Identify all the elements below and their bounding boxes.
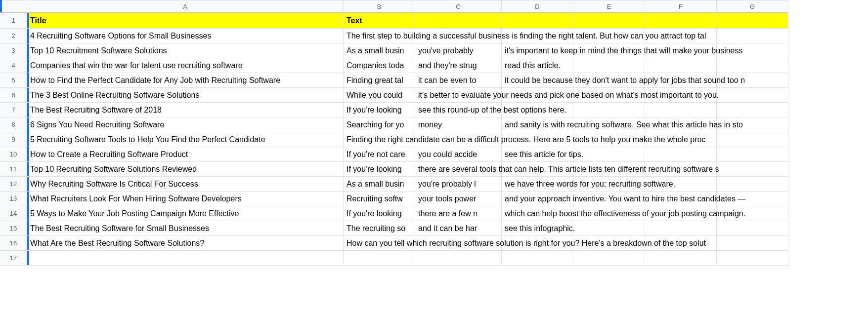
cell-g9[interactable]	[717, 132, 788, 147]
cell-a14[interactable]: 5 Ways to Make Your Job Posting Campaign…	[27, 206, 344, 221]
cell-e4[interactable]	[573, 58, 645, 73]
cell-c13[interactable]: your tools power	[415, 192, 502, 206]
cell-g17[interactable]	[717, 251, 788, 266]
row-header-8[interactable]: 8	[0, 117, 27, 132]
corner-select-all[interactable]	[0, 0, 27, 13]
cell-c12[interactable]: you're probably l	[415, 177, 502, 192]
cell-a17[interactable]	[27, 251, 344, 266]
cell-d10[interactable]: see this article for tips.	[502, 147, 573, 162]
cell-g4[interactable]	[717, 58, 788, 73]
cell-d13[interactable]: and your approach inventive. You want to…	[502, 192, 573, 206]
row-header-10[interactable]: 10	[0, 147, 27, 162]
row-header-12[interactable]: 12	[0, 177, 27, 192]
row-header-14[interactable]: 14	[0, 206, 27, 221]
col-header-a[interactable]: A	[27, 0, 344, 13]
cell-d3[interactable]: it's important to keep in mind the thing…	[502, 43, 573, 58]
col-header-f[interactable]: F	[645, 0, 717, 13]
cell-c3[interactable]: you've probably	[415, 43, 502, 58]
cell-b9[interactable]: Finding the right candidate can be a dif…	[344, 132, 415, 147]
cell-c10[interactable]: you could accide	[415, 147, 502, 162]
cell-e10[interactable]	[573, 147, 645, 162]
cell-c11[interactable]: there are several tools that can help. T…	[415, 162, 502, 177]
cell-a9[interactable]: 5 Recruiting Software Tools to Help You …	[27, 132, 344, 147]
col-header-d[interactable]: D	[502, 0, 573, 13]
cell-a3[interactable]: Top 10 Recruitment Software Solutions	[27, 43, 344, 58]
cell-c7[interactable]: see this round-up of the best options he…	[415, 103, 502, 117]
row-header-13[interactable]: 13	[0, 192, 27, 206]
cell-b6[interactable]: While you could	[344, 88, 415, 103]
cell-b13[interactable]: Recruiting softw	[344, 192, 415, 206]
cell-c4[interactable]: and they're strug	[415, 58, 502, 73]
cell-a6[interactable]: The 3 Best Online Recruiting Software So…	[27, 88, 344, 103]
cell-c14[interactable]: there are a few n	[415, 206, 502, 221]
cell-f1[interactable]	[645, 13, 717, 29]
row-header-16[interactable]: 16	[0, 236, 27, 251]
col-header-b[interactable]: B	[344, 0, 415, 13]
cell-e17[interactable]	[573, 251, 645, 266]
row-header-17[interactable]: 17	[0, 251, 27, 266]
cell-c15[interactable]: and it can be har	[415, 221, 502, 236]
cell-g12[interactable]	[717, 177, 788, 192]
col-header-c[interactable]: C	[415, 0, 502, 13]
cell-g15[interactable]	[717, 221, 788, 236]
cell-e1[interactable]	[573, 13, 645, 29]
cell-a13[interactable]: What Recruiters Look For When Hiring Sof…	[27, 192, 344, 206]
cell-g7[interactable]	[717, 103, 788, 117]
cell-f7[interactable]	[645, 103, 717, 117]
col-header-e[interactable]: E	[573, 0, 645, 13]
row-header-4[interactable]: 4	[0, 58, 27, 73]
col-header-g[interactable]: G	[717, 0, 788, 13]
cell-a10[interactable]: How to Create a Recruiting Software Prod…	[27, 147, 344, 162]
cell-d17[interactable]	[502, 251, 573, 266]
cell-g10[interactable]	[717, 147, 788, 162]
cell-b12[interactable]: As a small busin	[344, 177, 415, 192]
cell-b8[interactable]: Searching for yo	[344, 117, 415, 132]
cell-a16[interactable]: What Are the Best Recruiting Software So…	[27, 236, 344, 251]
cell-b2[interactable]: The first step to building a successful …	[344, 29, 415, 43]
row-header-9[interactable]: 9	[0, 132, 27, 147]
row-header-15[interactable]: 15	[0, 221, 27, 236]
row-header-5[interactable]: 5	[0, 73, 27, 88]
cell-a7[interactable]: The Best Recruiting Software of 2018	[27, 103, 344, 117]
cell-c1[interactable]	[415, 13, 502, 29]
cell-c6[interactable]: it's better to evaluate your needs and p…	[415, 88, 502, 103]
cell-a15[interactable]: The Best Recruiting Software for Small B…	[27, 221, 344, 236]
cell-b1[interactable]: Text	[344, 13, 415, 29]
cell-a2[interactable]: 4 Recruiting Software Options for Small …	[27, 29, 344, 43]
row-header-7[interactable]: 7	[0, 103, 27, 117]
cell-a12[interactable]: Why Recruiting Software Is Critical For …	[27, 177, 344, 192]
cell-f17[interactable]	[645, 251, 717, 266]
cell-d1[interactable]	[502, 13, 573, 29]
cell-g1[interactable]	[717, 13, 788, 29]
cell-d15[interactable]: see this infographic.	[502, 221, 573, 236]
cell-g11[interactable]	[717, 162, 788, 177]
cell-a8[interactable]: 6 Signs You Need Recruiting Software	[27, 117, 344, 132]
cell-d4[interactable]: read this article.	[502, 58, 573, 73]
cell-g2[interactable]	[717, 29, 788, 43]
cell-f10[interactable]	[645, 147, 717, 162]
cell-b7[interactable]: If you're looking	[344, 103, 415, 117]
cell-c8[interactable]: money	[415, 117, 502, 132]
cell-g6[interactable]	[717, 88, 788, 103]
cell-b5[interactable]: Finding great tal	[344, 73, 415, 88]
cell-f15[interactable]	[645, 221, 717, 236]
cell-e15[interactable]	[573, 221, 645, 236]
row-header-2[interactable]: 2	[0, 29, 27, 43]
row-header-1[interactable]: 1	[0, 13, 27, 29]
cell-g16[interactable]	[717, 236, 788, 251]
cell-b17[interactable]	[344, 251, 415, 266]
row-header-3[interactable]: 3	[0, 43, 27, 58]
cell-c5[interactable]: it can be even to	[415, 73, 502, 88]
cell-f4[interactable]	[645, 58, 717, 73]
cell-d14[interactable]: which can help boost the effectiveness o…	[502, 206, 573, 221]
cell-b15[interactable]: The recruiting so	[344, 221, 415, 236]
cell-b11[interactable]: If you're looking	[344, 162, 415, 177]
cell-b3[interactable]: As a small busin	[344, 43, 415, 58]
cell-d5[interactable]: it could be because they don't want to a…	[502, 73, 573, 88]
cell-d12[interactable]: we have three words for you: recruiting …	[502, 177, 573, 192]
cell-b4[interactable]: Companies toda	[344, 58, 415, 73]
cell-a5[interactable]: How to Find the Perfect Candidate for An…	[27, 73, 344, 88]
row-header-11[interactable]: 11	[0, 162, 27, 177]
row-header-6[interactable]: 6	[0, 88, 27, 103]
cell-d8[interactable]: and sanity is with recruiting software. …	[502, 117, 573, 132]
